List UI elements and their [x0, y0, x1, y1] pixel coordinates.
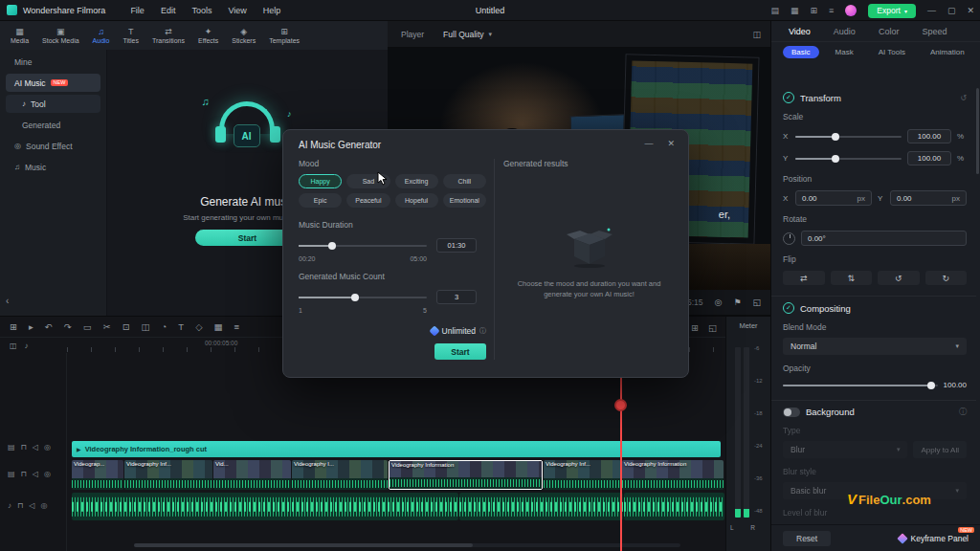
display-icon[interactable]: ▦ — [791, 6, 799, 15]
lock-icon[interactable]: ⊓ — [21, 470, 27, 478]
audio-clip[interactable] — [624, 493, 724, 520]
mute-icon[interactable]: ◁ — [33, 470, 38, 478]
sidebar-item-sound-effect[interactable]: ◎ Sound Effect — [6, 137, 100, 155]
notification-icon[interactable]: ≡ — [829, 6, 834, 15]
rotate-left-button[interactable]: ↺ — [878, 271, 920, 285]
playhead[interactable] — [620, 353, 622, 551]
audio-clip[interactable] — [72, 493, 458, 520]
menu-help[interactable]: Help — [263, 6, 281, 15]
tab-color[interactable]: Color — [879, 27, 900, 36]
panel-scrollbar[interactable] — [976, 88, 979, 174]
scale-x-value[interactable]: 100.00 — [907, 129, 951, 143]
timeline-clip[interactable]: Videography Inf... — [124, 460, 212, 490]
tab-speed[interactable]: Speed — [922, 27, 947, 36]
minimize-button[interactable]: — — [927, 6, 936, 15]
background-type-dropdown[interactable]: Blur ▾ — [783, 441, 907, 458]
split-icon[interactable]: ✂ — [103, 321, 111, 332]
transform-enabled-icon[interactable]: ✓ — [783, 92, 794, 103]
rotate-input[interactable]: 0.00° — [801, 231, 967, 246]
timeline-clip[interactable]: Videography Information — [622, 460, 724, 490]
blend-mode-dropdown[interactable]: Normal ▾ — [783, 338, 967, 355]
mood-emotional[interactable]: Emotional — [443, 193, 486, 208]
marker-icon[interactable]: ⚑ — [733, 298, 741, 307]
mute-icon[interactable]: ◁ — [33, 443, 38, 452]
keyframe-icon[interactable]: ◇ — [195, 321, 202, 332]
background-toggle[interactable] — [783, 408, 800, 417]
pip-icon[interactable]: ◫ — [752, 30, 761, 39]
menu-tools[interactable]: Tools — [191, 6, 212, 15]
tab-stickers[interactable]: ◈Stickers — [225, 21, 262, 50]
mood-epic[interactable]: Epic — [299, 193, 342, 208]
subtab-animation[interactable]: Animation — [922, 46, 973, 58]
lock-icon[interactable]: ⊓ — [17, 501, 23, 510]
flip-vertical-button[interactable]: ⇅ — [831, 271, 873, 285]
tab-templates[interactable]: ⊞Templates — [262, 21, 306, 50]
subtab-basic[interactable]: Basic — [783, 46, 819, 58]
duration-slider[interactable] — [299, 245, 427, 247]
dialog-minimize-icon[interactable]: — — [644, 139, 653, 148]
timeline-scrollbar[interactable] — [134, 543, 680, 547]
tab-stock-media[interactable]: ▣Stock Media — [35, 21, 86, 50]
timeline-clip[interactable]: Videography Inf... — [544, 460, 621, 490]
unlimited-info-icon[interactable]: ⓘ — [479, 326, 486, 336]
rotate-right-button[interactable]: ↻ — [925, 271, 968, 285]
mood-chill[interactable]: Chill — [443, 174, 486, 188]
export-button[interactable]: Export ▾ — [868, 4, 916, 18]
meter-label[interactable]: Meter — [726, 321, 770, 330]
audio-clip[interactable] — [459, 493, 623, 520]
copy-icon[interactable]: ⊡ — [122, 321, 130, 332]
layout-icon[interactable]: ▤ — [771, 6, 780, 15]
mood-hopeful[interactable]: Hopeful — [395, 193, 438, 208]
quality-dropdown[interactable]: Full Quality ▾ — [443, 30, 492, 39]
tab-effects[interactable]: ✦Effects — [191, 21, 225, 50]
eye-icon[interactable]: ◎ — [44, 470, 51, 478]
position-x-input[interactable]: 0.00px — [795, 190, 872, 206]
generate-start-button[interactable]: Start — [434, 343, 486, 360]
subtab-ai-tools[interactable]: AI Tools — [870, 46, 914, 58]
timeline-clip[interactable]: Vid... — [213, 460, 291, 490]
reset-button[interactable]: Reset — [783, 531, 831, 546]
mood-peaceful[interactable]: Peaceful — [346, 193, 390, 208]
tab-video[interactable]: Video — [789, 27, 811, 36]
dialog-close-icon[interactable]: ✕ — [667, 139, 675, 148]
menu-file[interactable]: File — [130, 6, 145, 15]
add-track-icon[interactable]: ♪ — [25, 342, 29, 350]
tracks-area[interactable]: ▶ Videography Information_rough cut Vide… — [67, 353, 725, 551]
timeline-clip[interactable]: Videograp... — [72, 460, 123, 490]
subtab-mask[interactable]: Mask — [827, 46, 862, 58]
crop-icon[interactable]: ◫ — [142, 321, 150, 332]
scale-y-value[interactable]: 100.00 — [907, 151, 951, 165]
apply-to-all-button[interactable]: Apply to All — [913, 441, 967, 458]
rotate-knob[interactable] — [783, 232, 795, 245]
redo-icon[interactable]: ↷ — [64, 321, 72, 332]
count-slider[interactable] — [299, 297, 427, 298]
lock-icon[interactable]: ⊓ — [21, 443, 27, 452]
timeline-clip-selected[interactable]: Videography Information — [389, 460, 543, 490]
sidebar-item-music[interactable]: ♫ Music — [6, 158, 100, 176]
account-avatar[interactable] — [845, 5, 857, 16]
mute-icon[interactable]: ◁ — [29, 501, 34, 510]
render-icon[interactable]: ≡ — [234, 321, 239, 332]
keyframe-panel-button[interactable]: Keyframe Panel NEW — [899, 534, 969, 543]
mask-icon[interactable]: ▦ — [213, 321, 222, 332]
sidebar-item-generated[interactable]: Generated — [6, 116, 100, 134]
duration-value[interactable]: 01:30 — [436, 238, 477, 253]
manage-tracks-icon[interactable]: ◫ — [10, 342, 17, 350]
close-button[interactable]: ✕ — [967, 6, 974, 15]
tab-audio[interactable]: ♫Audio — [86, 21, 117, 50]
mood-happy[interactable]: Happy — [299, 174, 342, 188]
speed-icon[interactable]: ◔ — [162, 321, 167, 332]
position-y-input[interactable]: 0.00px — [890, 190, 967, 206]
pointer-icon[interactable]: ▸ — [29, 321, 33, 332]
tab-transitions[interactable]: ⇄Transitions — [145, 21, 191, 50]
timeline-clip[interactable]: Videography I... — [292, 460, 388, 490]
fit-timeline-icon[interactable]: ◱ — [708, 322, 717, 333]
tab-audio-props[interactable]: Audio — [834, 27, 856, 36]
compositing-enabled-icon[interactable]: ✓ — [783, 302, 794, 314]
sidebar-item-tool[interactable]: ♪ Tool — [6, 95, 100, 113]
sidebar-item-ai-music[interactable]: AI Music NEW — [6, 74, 100, 92]
count-value[interactable]: 3 — [436, 290, 477, 304]
subtitle-track-clip[interactable]: ▶ Videography Information_rough cut — [72, 441, 721, 457]
scale-x-slider[interactable] — [795, 136, 902, 138]
menu-edit[interactable]: Edit — [161, 6, 176, 15]
